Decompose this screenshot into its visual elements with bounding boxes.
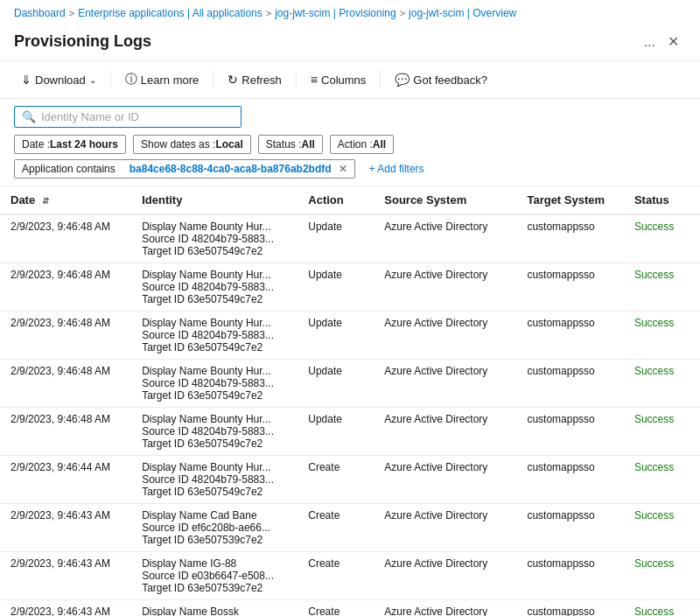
refresh-label: Refresh [242,74,282,87]
toolbar: ⇓ Download ⌄ ⓘ Learn more ↻ Refresh ≡ Co… [0,61,700,99]
search-icon: 🔍 [22,110,36,123]
cell-action-6: Create [298,504,374,552]
identity-name-2: Display Name Bounty Hur... [142,317,287,329]
search-input[interactable] [41,110,234,123]
cell-action-7: Create [298,552,374,600]
search-box[interactable]: 🔍 [14,106,242,128]
cell-target-5: customappsso [516,456,624,504]
toolbar-divider-4 [380,71,381,88]
col-status-label: Status [634,193,669,206]
table-row[interactable]: 2/9/2023, 9:46:43 AM Display Name IG-88 … [0,552,700,600]
filter-action[interactable]: Action : All [330,135,394,154]
feedback-button[interactable]: 💬 Got feedback? [388,69,494,90]
cell-source-1: Azure Active Directory [374,263,516,312]
columns-button[interactable]: ≡ Columns [304,69,373,90]
download-icon: ⇓ [21,73,32,87]
columns-icon: ≡ [311,73,318,87]
cell-identity-0: Display Name Bounty Hur... Source ID 482… [131,214,298,263]
identity-source-6: Source ID ef6c208b-ae66... [142,522,287,534]
filter-status-value: All [301,138,314,150]
learn-more-label: Learn more [141,74,199,87]
identity-name-8: Display Name Bossk [142,606,287,616]
cell-status-4: Success [624,408,700,456]
identity-source-1: Source ID 48204b79-5883... [142,281,287,293]
close-button[interactable]: ✕ [661,30,686,53]
cell-action-5: Create [298,456,374,504]
breadcrumb-enterprise[interactable]: Enterprise applications | All applicatio… [78,7,262,19]
cell-date-5: 2/9/2023, 9:46:44 AM [0,456,131,504]
breadcrumb-overview[interactable]: jog-jwt-scim | Overview [409,7,516,19]
identity-target-6: Target ID 63e507539c7e2 [142,534,287,546]
table-row[interactable]: 2/9/2023, 9:46:43 AM Display Name Bossk … [0,600,700,617]
download-label: Download [35,74,86,87]
provisioning-table: Date ⇵ Identity Action Source System Tar… [0,186,700,616]
breadcrumb-provisioning[interactable]: jog-jwt-scim | Provisioning [275,7,396,19]
filter-chips: Date : Last 24 hours Show dates as : Loc… [14,135,686,154]
filter-date-key: Date : [22,138,50,150]
identity-source-5: Source ID 48204b79-5883... [142,473,287,486]
cell-date-3: 2/9/2023, 9:46:48 AM [0,360,131,408]
col-identity-label: Identity [142,193,182,206]
table-row[interactable]: 2/9/2023, 9:46:48 AM Display Name Bounty… [0,312,700,360]
toolbar-divider-1 [110,71,111,88]
app-filter-close-icon[interactable]: ✕ [339,163,347,175]
filter-date[interactable]: Date : Last 24 hours [14,135,126,154]
table-row[interactable]: 2/9/2023, 9:46:48 AM Display Name Bounty… [0,360,700,408]
refresh-button[interactable]: ↻ Refresh [220,69,289,90]
cell-status-1: Success [624,263,700,312]
cell-identity-2: Display Name Bounty Hur... Source ID 482… [131,312,298,360]
cell-identity-7: Display Name IG-88 Source ID e03b6647-e5… [131,552,298,600]
cell-date-1: 2/9/2023, 9:46:48 AM [0,263,131,312]
breadcrumb-sep-1: > [69,8,74,18]
cell-date-7: 2/9/2023, 9:46:43 AM [0,552,131,600]
download-button[interactable]: ⇓ Download ⌄ [14,69,103,90]
cell-date-4: 2/9/2023, 9:46:48 AM [0,408,131,456]
filter-action-key: Action : [338,138,373,150]
download-chevron-icon: ⌄ [89,75,96,85]
info-icon: ⓘ [125,72,137,88]
cell-identity-1: Display Name Bounty Hur... Source ID 482… [131,263,298,312]
col-target: Target System [516,186,624,214]
table-row[interactable]: 2/9/2023, 9:46:43 AM Display Name Cad Ba… [0,504,700,552]
filter-status-key: Status : [266,138,302,150]
identity-name-5: Display Name Bounty Hur... [142,461,287,473]
app-filter-chip[interactable]: Application contains ba84ce68-8c88-4ca0-… [14,159,355,178]
cell-target-3: customappsso [516,360,624,408]
cell-source-0: Azure Active Directory [374,214,516,263]
cell-target-7: customappsso [516,552,624,600]
table-container: Date ⇵ Identity Action Source System Tar… [0,186,700,616]
filter-show-dates[interactable]: Show dates as : Local [133,135,251,154]
learn-more-button[interactable]: ⓘ Learn more [118,68,206,91]
panel-header: Provisioning Logs ... ✕ [0,26,700,61]
identity-source-2: Source ID 48204b79-5883... [142,329,287,341]
table-row[interactable]: 2/9/2023, 9:46:48 AM Display Name Bounty… [0,408,700,456]
identity-source-7: Source ID e03b6647-e508... [142,570,287,582]
identity-target-7: Target ID 63e507539c7e2 [142,582,287,594]
app-filter-value: ba84ce68-8c88-4ca0-aca8-ba876ab2bdfd [130,163,332,175]
cell-identity-5: Display Name Bounty Hur... Source ID 482… [131,456,298,504]
col-source: Source System [374,186,516,214]
panel-menu-icon[interactable]: ... [639,32,661,52]
filter-dates-value: Local [215,138,242,150]
identity-name-0: Display Name Bounty Hur... [142,220,287,233]
filter-action-value: All [373,138,386,150]
breadcrumb-sep-3: > [400,8,405,18]
table-row[interactable]: 2/9/2023, 9:46:44 AM Display Name Bounty… [0,456,700,504]
col-target-label: Target System [527,193,605,206]
cell-target-6: customappsso [516,504,624,552]
cell-source-2: Azure Active Directory [374,312,516,360]
identity-name-1: Display Name Bounty Hur... [142,269,287,281]
cell-source-7: Azure Active Directory [374,552,516,600]
identity-name-3: Display Name Bounty Hur... [142,365,287,377]
cell-action-4: Update [298,408,374,456]
identity-source-4: Source ID 48204b79-5883... [142,425,287,438]
cell-source-6: Azure Active Directory [374,504,516,552]
col-date[interactable]: Date ⇵ [0,186,131,214]
page-title: Provisioning Logs [14,32,632,51]
breadcrumb-dashboard[interactable]: Dashboard [14,7,66,19]
table-row[interactable]: 2/9/2023, 9:46:48 AM Display Name Bounty… [0,214,700,263]
filter-status[interactable]: Status : All [258,135,323,154]
table-row[interactable]: 2/9/2023, 9:46:48 AM Display Name Bounty… [0,263,700,312]
cell-target-4: customappsso [516,408,624,456]
add-filter-button[interactable]: + Add filters [362,160,431,178]
